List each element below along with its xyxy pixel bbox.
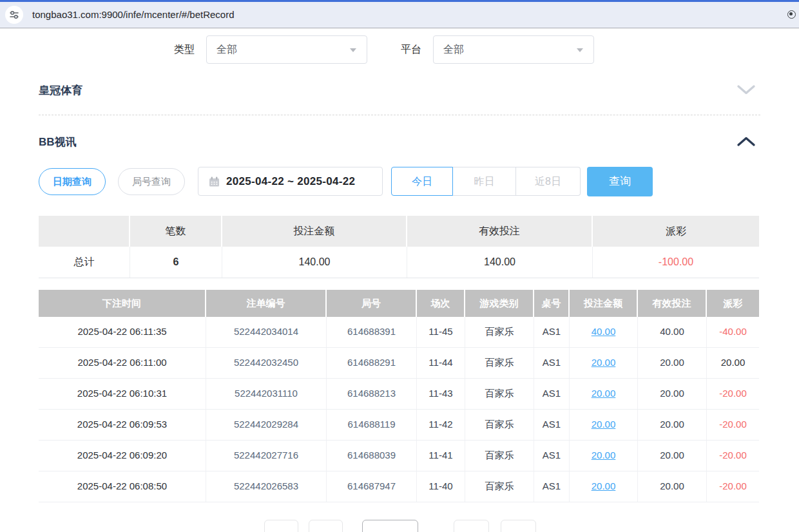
tune-icon [9, 10, 19, 20]
bet-amount-link[interactable]: 20.00 [570, 471, 638, 502]
address-bar[interactable]: tongbao31.com:9900/infe/mcenter/#/betRec… [0, 2, 799, 28]
cell-valid-bet: 20.00 [638, 471, 707, 502]
tab-round-query[interactable]: 局号查询 [118, 168, 185, 195]
summary-table-header: 笔数 投注金额 有效投注 派彩 [39, 216, 759, 247]
cell-payout: -20.00 [707, 379, 759, 409]
cell-order-no: 522442034014 [206, 317, 327, 347]
cell-table-no: AS1 [534, 410, 570, 440]
cell-bet-time: 2025-04-22 06:11:35 [39, 317, 206, 347]
cell-order-no: 522442032450 [206, 348, 327, 378]
header-valid-bet: 有效投注 [638, 290, 707, 317]
summary-header-valid-bet: 有效投注 [407, 216, 593, 247]
cell-bet-time: 2025-04-22 06:11:00 [39, 348, 206, 378]
pagination-last-button[interactable] [501, 520, 536, 532]
pagination-next-button[interactable] [454, 520, 489, 532]
cell-session: 11-45 [417, 317, 465, 347]
type-filter-label: 类型 [174, 35, 195, 64]
table-row: 2025-04-22 06:11:35 522442034014 6146883… [39, 317, 759, 348]
cell-session: 11-41 [417, 441, 465, 471]
cell-session: 11-40 [417, 471, 465, 502]
cell-payout: -40.00 [707, 317, 759, 347]
type-select[interactable]: 全部 [206, 35, 367, 64]
search-button[interactable]: 查询 [587, 167, 653, 196]
summary-total-valid-bet: 140.00 [407, 247, 593, 278]
quick-date-button-group: 今日 昨日 近8日 [391, 167, 581, 196]
cell-valid-bet: 20.00 [638, 441, 707, 471]
header-table-no: 桌号 [534, 290, 570, 317]
cell-session: 11-42 [417, 410, 465, 440]
header-bet-amount: 投注金额 [570, 290, 638, 317]
header-bet-time: 下注时间 [39, 290, 206, 317]
cell-round-no: 614688291 [327, 348, 417, 378]
platform-select[interactable]: 全部 [433, 35, 594, 64]
yesterday-button[interactable]: 昨日 [453, 167, 516, 196]
summary-table: 笔数 投注金额 有效投注 派彩 总计 6 140.00 140.00 -100.… [39, 216, 759, 278]
cell-bet-time: 2025-04-22 06:09:53 [39, 410, 206, 440]
header-game-type: 游戏类别 [465, 290, 534, 317]
site-settings-button[interactable] [5, 6, 23, 24]
header-payout: 派彩 [707, 290, 759, 317]
pagination-first-button[interactable] [264, 520, 298, 532]
section-divider [39, 115, 760, 115]
url-text: tongbao31.com:9900/infe/mcenter/#/betRec… [32, 2, 235, 28]
bet-amount-link[interactable]: 40.00 [570, 317, 638, 347]
platform-select-value: 全部 [443, 36, 464, 63]
table-row: 2025-04-22 06:11:00 522442032450 6146882… [39, 348, 759, 379]
calendar-icon [209, 176, 220, 187]
cell-round-no: 614687947 [327, 471, 417, 502]
cell-valid-bet: 20.00 [638, 348, 707, 378]
header-round-no: 局号 [327, 290, 417, 317]
cell-table-no: AS1 [534, 317, 570, 347]
cell-bet-time: 2025-04-22 06:10:31 [39, 379, 206, 409]
cell-bet-time: 2025-04-22 06:09:20 [39, 441, 206, 471]
header-order-no: 注单编号 [206, 290, 327, 317]
target-icon[interactable] [787, 10, 796, 19]
chevron-up-icon [736, 136, 756, 147]
table-row: 2025-04-22 06:09:20 522442027716 6146880… [39, 441, 759, 471]
chevron-down-icon [736, 84, 756, 95]
bet-amount-link[interactable]: 20.00 [570, 348, 638, 378]
cell-valid-bet: 20.00 [638, 379, 707, 409]
summary-total-bet-amount: 140.00 [222, 247, 407, 278]
collapse-toggle-bb-video[interactable] [736, 136, 756, 149]
cell-game-type: 百家乐 [465, 379, 534, 409]
cell-payout: -20.00 [707, 441, 759, 471]
bet-amount-link[interactable]: 20.00 [570, 379, 638, 409]
table-row: 2025-04-22 06:08:50 522442026583 6146879… [39, 471, 759, 502]
summary-total-count: 6 [130, 247, 222, 278]
cell-payout: -20.00 [707, 471, 759, 502]
cell-session: 11-43 [417, 379, 465, 409]
tab-date-query[interactable]: 日期查询 [39, 168, 106, 195]
table-row: 2025-04-22 06:09:53 522442029284 6146881… [39, 410, 759, 441]
cell-game-type: 百家乐 [465, 410, 534, 440]
bet-amount-link[interactable]: 20.00 [570, 441, 638, 471]
platform-filter-label: 平台 [401, 35, 421, 64]
chevron-down-icon [350, 48, 356, 52]
cell-order-no: 522442026583 [206, 471, 327, 502]
cell-game-type: 百家乐 [465, 471, 534, 502]
date-range-picker[interactable]: 2025-04-22 ~ 2025-04-22 [198, 167, 383, 196]
type-select-value: 全部 [217, 36, 237, 63]
cell-valid-bet: 40.00 [638, 317, 707, 347]
last-8-days-button[interactable]: 近8日 [516, 167, 581, 196]
cell-game-type: 百家乐 [465, 441, 534, 471]
cell-table-no: AS1 [534, 379, 570, 409]
bet-record-table-header: 下注时间 注单编号 局号 场次 游戏类别 桌号 投注金额 有效投注 派彩 [39, 290, 759, 317]
section-title-bb-video: BB视讯 [39, 135, 77, 149]
cell-game-type: 百家乐 [465, 317, 534, 347]
cell-payout: -20.00 [707, 410, 759, 440]
cell-session: 11-44 [417, 348, 465, 378]
cell-order-no: 522442027716 [206, 441, 327, 471]
collapse-toggle-crown-sports[interactable] [736, 84, 756, 98]
cell-round-no: 614688039 [327, 441, 417, 471]
bet-amount-link[interactable]: 20.00 [570, 410, 638, 440]
summary-total-row: 总计 6 140.00 140.00 -100.00 [39, 247, 759, 278]
cell-game-type: 百家乐 [465, 348, 534, 378]
pagination-prev-button[interactable] [309, 520, 343, 532]
table-row: 2025-04-22 06:10:31 522442031110 6146882… [39, 379, 759, 410]
pagination-current-page[interactable] [362, 520, 418, 532]
today-button[interactable]: 今日 [391, 167, 453, 196]
cell-round-no: 614688119 [327, 410, 417, 440]
cell-round-no: 614688213 [327, 379, 417, 409]
cell-order-no: 522442031110 [206, 379, 327, 409]
